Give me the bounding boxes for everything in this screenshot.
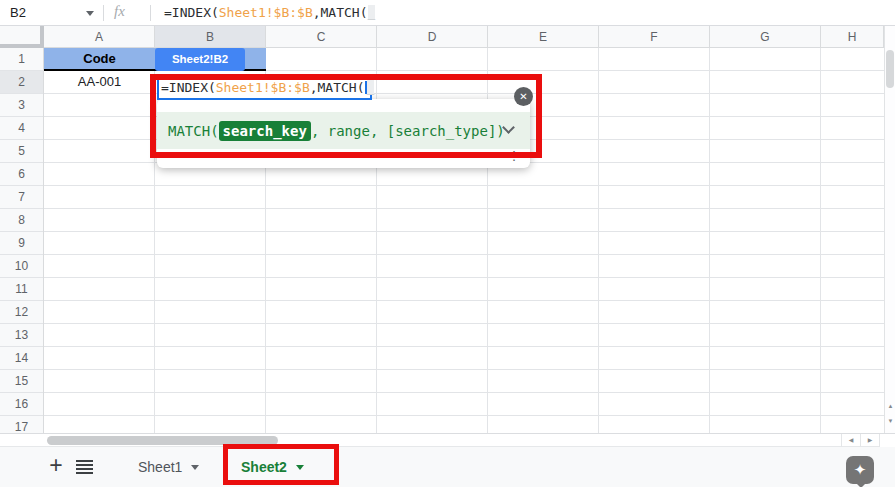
scrollbar-corner xyxy=(879,434,895,447)
formula-cursor: _ xyxy=(368,5,376,20)
sheet-tab-dropdown-icon[interactable] xyxy=(191,465,199,470)
cell-A2[interactable]: AA-001 xyxy=(44,71,155,94)
close-icon[interactable]: ✕ xyxy=(514,87,533,106)
scroll-up-icon[interactable]: ▲ xyxy=(885,400,895,413)
row-header-3[interactable]: 3 xyxy=(0,94,43,117)
row-header-15[interactable]: 15 xyxy=(0,370,43,393)
row-header-2[interactable]: 2 xyxy=(0,71,43,94)
column-header-G[interactable]: G xyxy=(710,26,821,48)
explore-button[interactable]: ✦ xyxy=(846,456,874,484)
vertical-scrollbar-thumb[interactable] xyxy=(886,50,894,88)
column-header-D[interactable]: D xyxy=(377,26,488,48)
row-header-17[interactable]: 17 xyxy=(0,416,43,433)
row-header-11[interactable]: 11 xyxy=(0,278,43,301)
name-box[interactable]: B2 xyxy=(0,0,103,25)
row-header-13[interactable]: 13 xyxy=(0,324,43,347)
row-header-8[interactable]: 8 xyxy=(0,209,43,232)
column-header-A[interactable]: A xyxy=(44,26,155,48)
name-box-value: B2 xyxy=(10,5,26,20)
annotation-box-sheet2-tab xyxy=(223,444,339,485)
annotation-box-formula xyxy=(150,74,542,158)
row-header-1[interactable]: 1 xyxy=(0,48,43,71)
fx-icon: fx xyxy=(114,3,125,20)
formula-range-ref: Sheet1!$B:$B xyxy=(219,5,313,20)
row-header-12[interactable]: 12 xyxy=(0,301,43,324)
row-header-10[interactable]: 10 xyxy=(0,255,43,278)
vertical-scrollbar[interactable]: ▲ ▼ xyxy=(884,26,895,433)
scroll-right-icon[interactable]: ▶ xyxy=(860,434,879,447)
editing-cell-reference-tag: Sheet2!B2 xyxy=(155,48,245,71)
column-header-B[interactable]: B xyxy=(155,26,266,48)
row-header-16[interactable]: 16 xyxy=(0,393,43,416)
scroll-down-icon[interactable]: ▼ xyxy=(885,415,895,428)
column-headers: ABCDEFGH xyxy=(44,26,884,48)
row-header-5[interactable]: 5 xyxy=(0,140,43,163)
formula-prefix: =INDEX( xyxy=(164,5,219,20)
all-sheets-menu-icon[interactable] xyxy=(76,460,93,474)
column-header-row: ABCDEFGH xyxy=(0,26,895,48)
divider xyxy=(150,5,151,21)
google-sheets-app: B2 fx =INDEX(Sheet1!$B:$B,MATCH(_ ABCDEF… xyxy=(0,0,895,487)
row-header-9[interactable]: 9 xyxy=(0,232,43,255)
row-header-14[interactable]: 14 xyxy=(0,347,43,370)
divider xyxy=(103,5,104,21)
column-header-C[interactable]: C xyxy=(266,26,377,48)
name-box-dropdown-icon[interactable] xyxy=(86,11,94,16)
formula-bar-input[interactable]: =INDEX(Sheet1!$B:$B,MATCH(_ xyxy=(164,5,375,20)
sheet-tab-bar: + Sheet1 Sheet2 xyxy=(0,447,895,487)
row-header-4[interactable]: 4 xyxy=(0,117,43,140)
row-header-7[interactable]: 7 xyxy=(0,186,43,209)
select-all-corner[interactable] xyxy=(0,26,44,48)
formula-suffix: ,MATCH( xyxy=(313,5,368,20)
cell-A1[interactable]: Code xyxy=(44,48,155,71)
formula-bar: B2 fx =INDEX(Sheet1!$B:$B,MATCH(_ xyxy=(0,0,895,26)
column-header-H[interactable]: H xyxy=(821,26,884,48)
scroll-left-icon[interactable]: ◀ xyxy=(841,434,860,447)
row-header-6[interactable]: 6 xyxy=(0,163,43,186)
row-headers: 1234567891011121314151617 xyxy=(0,48,44,433)
sheet-tab-label: Sheet1 xyxy=(138,459,182,475)
sheet-tab-sheet1[interactable]: Sheet1 xyxy=(138,447,199,487)
horizontal-scrollbar[interactable]: ◀ ▶ xyxy=(0,433,895,447)
column-header-F[interactable]: F xyxy=(599,26,710,48)
add-sheet-button[interactable]: + xyxy=(43,447,69,487)
column-header-E[interactable]: E xyxy=(488,26,599,48)
